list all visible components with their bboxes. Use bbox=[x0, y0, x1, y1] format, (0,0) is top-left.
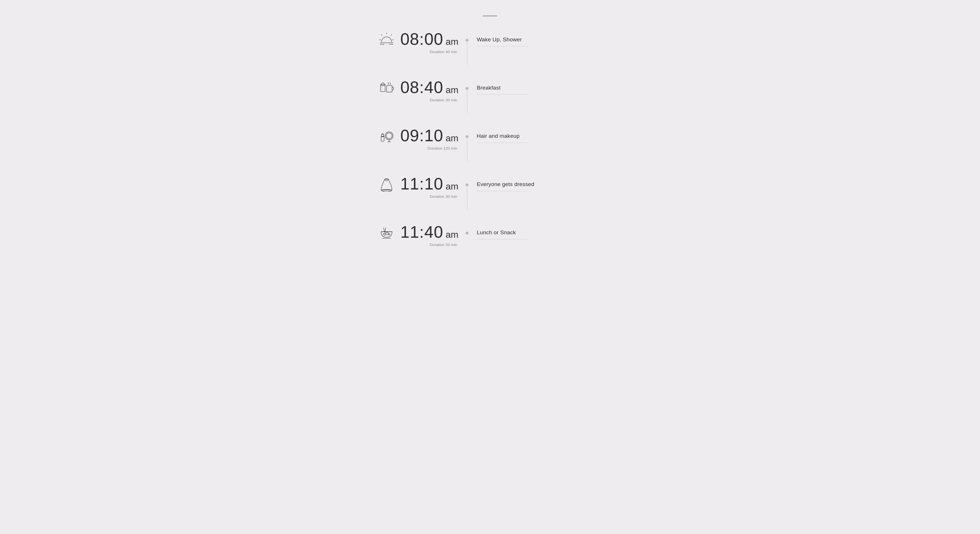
timeline-dot-lunch bbox=[466, 232, 468, 235]
makeup-icon bbox=[378, 127, 395, 145]
icon-time-row-wake-up: 08:00 am bbox=[378, 31, 458, 48]
time-ampm-breakfast: am bbox=[446, 85, 458, 95]
timeline-dot-breakfast bbox=[466, 87, 468, 90]
left-section-wake-up: 08:00 am Duration 40 min bbox=[361, 31, 464, 54]
left-section-lunch: 11:40 am Duration 20 min bbox=[361, 224, 464, 247]
svg-marker-9 bbox=[380, 83, 385, 85]
duration-wake-up: Duration 40 min bbox=[430, 50, 458, 54]
duration-lunch: Duration 20 min bbox=[430, 243, 458, 247]
time-ampm-hair-makeup: am bbox=[446, 133, 458, 143]
event-label-breakfast: Breakfast bbox=[477, 85, 619, 91]
timeline-item-dressed: 11:10 am Duration 30 min Everyone gets d… bbox=[361, 175, 619, 224]
time-display-dressed: 11:10 am bbox=[400, 176, 458, 192]
svg-line-3 bbox=[381, 35, 382, 36]
event-label-wake-up: Wake Up, Shower bbox=[477, 37, 619, 43]
timeline-center-lunch bbox=[464, 224, 470, 235]
right-section-hair-makeup: Hair and makeup bbox=[470, 127, 619, 143]
timeline-item-lunch: 11:40 am Duration 20 min Lunch or Snack bbox=[361, 224, 619, 247]
time-ampm-dressed: am bbox=[446, 181, 458, 192]
icon-time-row-lunch: 11:40 am bbox=[378, 224, 458, 241]
event-label-hair-makeup: Hair and makeup bbox=[477, 133, 619, 139]
timeline-item-hair-makeup: 09:10 am Duration 120 min Hair and makeu… bbox=[361, 127, 619, 175]
event-divider-breakfast bbox=[477, 94, 528, 95]
time-ampm-lunch: am bbox=[446, 229, 458, 240]
sunrise-icon bbox=[378, 31, 395, 48]
dress-icon bbox=[378, 175, 395, 192]
time-number-hair-makeup: 09:10 bbox=[400, 127, 444, 144]
event-divider-dressed bbox=[477, 191, 528, 191]
svg-point-23 bbox=[386, 232, 388, 235]
breakfast-icon bbox=[378, 79, 395, 96]
duration-breakfast: Duration 30 min bbox=[430, 98, 458, 102]
left-section-dressed: 11:10 am Duration 30 min bbox=[361, 175, 464, 199]
time-number-wake-up: 08:00 bbox=[400, 31, 444, 48]
right-section-breakfast: Breakfast bbox=[470, 79, 619, 95]
icon-time-row-breakfast: 08:40 am bbox=[378, 79, 458, 96]
title-divider bbox=[483, 16, 497, 16]
event-divider-hair-makeup bbox=[477, 143, 528, 143]
right-section-wake-up: Wake Up, Shower bbox=[470, 31, 619, 46]
event-divider-lunch bbox=[477, 239, 528, 240]
food-icon bbox=[378, 224, 395, 241]
time-number-dressed: 11:10 bbox=[400, 176, 444, 192]
svg-point-22 bbox=[383, 233, 385, 235]
timeline-dot-hair-makeup bbox=[466, 135, 468, 138]
duration-hair-makeup: Duration 120 min bbox=[427, 146, 458, 151]
timeline-item-wake-up: 08:00 am Duration 40 min Wake Up, Shower bbox=[361, 31, 619, 79]
svg-point-18 bbox=[382, 189, 391, 191]
svg-point-24 bbox=[388, 234, 390, 235]
svg-rect-12 bbox=[381, 137, 384, 141]
right-section-dressed: Everyone gets dressed bbox=[470, 175, 619, 191]
event-label-dressed: Everyone gets dressed bbox=[477, 181, 619, 188]
time-number-breakfast: 08:40 bbox=[400, 79, 444, 96]
icon-time-row-hair-makeup: 09:10 am bbox=[378, 127, 458, 145]
svg-point-17 bbox=[386, 133, 392, 139]
timeline-center-hair-makeup bbox=[464, 127, 470, 161]
time-display-lunch: 11:40 am bbox=[400, 224, 458, 241]
time-display-wake-up: 08:00 am bbox=[400, 31, 458, 48]
timeline-item-breakfast: 08:40 am Duration 30 min Breakfast bbox=[361, 79, 619, 127]
left-section-breakfast: 08:40 am Duration 30 min bbox=[361, 79, 464, 102]
time-number-lunch: 11:40 bbox=[400, 224, 444, 241]
timeline-center-breakfast bbox=[464, 79, 470, 113]
left-section-hair-makeup: 09:10 am Duration 120 min bbox=[361, 127, 464, 151]
right-section-lunch: Lunch or Snack bbox=[470, 224, 619, 240]
timeline: 08:00 am Duration 40 min Wake Up, Shower bbox=[361, 31, 619, 247]
svg-point-14 bbox=[385, 132, 393, 140]
time-ampm-wake-up: am bbox=[446, 37, 458, 47]
time-display-breakfast: 08:40 am bbox=[400, 79, 458, 96]
timeline-dot-wake-up bbox=[466, 39, 468, 41]
event-label-lunch: Lunch or Snack bbox=[477, 229, 619, 236]
timeline-dot-dressed bbox=[466, 183, 468, 186]
timeline-center-wake-up bbox=[464, 31, 470, 65]
svg-line-1 bbox=[391, 35, 392, 36]
duration-dressed: Duration 30 min bbox=[430, 194, 458, 199]
icon-time-row-dressed: 11:10 am bbox=[378, 175, 458, 192]
timeline-center-dressed bbox=[464, 175, 470, 209]
time-display-hair-makeup: 09:10 am bbox=[400, 127, 458, 144]
